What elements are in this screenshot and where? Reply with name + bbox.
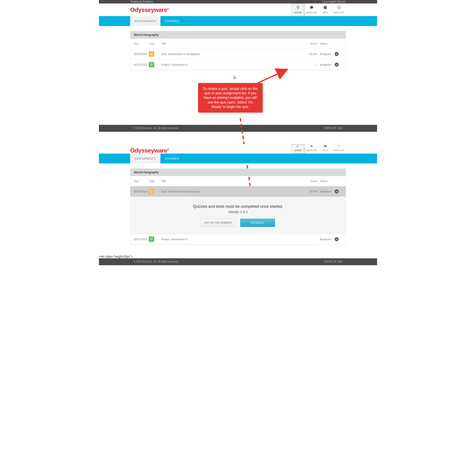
quiz-badge: Q — [149, 189, 154, 194]
nav: LEARN MESSAGE ? HELP — [291, 3, 346, 16]
speech-icon — [306, 144, 317, 149]
nav-label: SIGN OUT — [334, 149, 345, 152]
gap — [99, 132, 377, 144]
quiz-ready-panel: Quizzes and tests must be completed once… — [130, 197, 346, 234]
help-icon — [319, 144, 331, 149]
go-icon[interactable]: ➔ — [335, 189, 339, 193]
nav-label: SIGN OUT — [334, 11, 345, 14]
power-icon — [333, 144, 345, 149]
nav-message[interactable]: MESSAGE — [305, 144, 318, 153]
course-title: World Geography — [130, 169, 346, 176]
table-row[interactable]: 02/18/2022 Q Quiz: Introduction to Geogr… — [130, 49, 346, 59]
go-icon[interactable]: ➔ — [335, 52, 339, 56]
tab-courses[interactable]: COURSES — [160, 154, 184, 163]
tab-assignments[interactable]: ASSIGNMENTS — [130, 16, 160, 26]
cell-status: Assigned — [320, 238, 335, 241]
tab-assignments[interactable]: ASSIGNMENTS — [130, 154, 160, 163]
user-name: Laura Ingalls (Demo) — [322, 0, 345, 3]
cell-due: 02/18/2022 — [134, 53, 149, 55]
cell-score: 62.9% — [307, 190, 320, 193]
header: Odysseyware® LEARN MESSAGE — [99, 144, 377, 154]
brand-logo: Odysseyware® — [130, 3, 169, 13]
column-headers: Due Type Title Score Status — [130, 39, 346, 49]
cell-due: 02/21/2022 — [134, 238, 149, 241]
col-type: Type — [149, 42, 161, 45]
nav-help[interactable]: ? HELP — [318, 3, 332, 16]
column-headers: Due Type Title Score Status — [130, 176, 346, 186]
lightbulb-icon — [292, 144, 303, 149]
cell-status: Assigned — [320, 63, 335, 66]
power-icon — [333, 5, 345, 10]
speech-icon — [306, 5, 317, 10]
col-type: Type — [149, 180, 161, 183]
col-title: Title — [161, 42, 307, 45]
header: Odysseyware® LEARN MESSAGE ? — [99, 3, 377, 16]
nav-label: MESSAGE — [306, 11, 317, 14]
cursor-icon — [234, 76, 237, 80]
cell-status: Assigned — [320, 53, 335, 55]
col-status: Status — [320, 180, 335, 183]
cell-score: -- — [307, 63, 320, 66]
nav-signout[interactable]: SIGN OUT — [332, 144, 346, 153]
arrow-icon — [255, 66, 292, 86]
nav-learn[interactable]: LEARN — [291, 3, 305, 16]
content: World Geography Due Type Title Score Sta… — [130, 26, 346, 80]
content: World Geography Due Type Title Score Sta… — [130, 163, 346, 255]
cell-title: Project: Summarize It — [161, 63, 307, 66]
im-ready-button[interactable]: I'M READY — [240, 219, 275, 227]
col-due: Due — [134, 42, 149, 45]
callout-text: To retake a quiz, simply click on the qu… — [203, 87, 258, 109]
course-title: World Geography — [130, 31, 346, 39]
nav-help[interactable]: HELP — [318, 144, 332, 153]
course-box: World Geography Due Type Title Score Sta… — [130, 168, 346, 245]
panel-message: Quizzes and tests must be completed once… — [135, 204, 341, 209]
tabs: ASSIGNMENTS COURSES — [99, 154, 377, 163]
nav: LEARN MESSAGE HELP — [291, 144, 346, 153]
svg-text:?: ? — [325, 6, 326, 9]
tabs: ASSIGNMENTS COURSES — [99, 16, 377, 26]
topbar: Bridgeway Academy Laura Ingalls (Demo) — [99, 0, 377, 3]
col-status: Status — [320, 42, 335, 45]
table-row[interactable]: 02/18/2022 Q Quiz: Introduction to Geogr… — [130, 186, 346, 197]
nav-label: HELP — [322, 149, 328, 152]
project-badge: P — [149, 237, 154, 242]
nav-label: MESSAGE — [306, 149, 317, 152]
nav-learn[interactable]: LEARN — [291, 144, 305, 153]
nav-label: LEARN — [294, 11, 301, 14]
terms-link[interactable]: TERMS OF USE — [324, 125, 342, 132]
col-score: Score — [307, 180, 320, 183]
screenshot-1: Bridgeway Academy Laura Ingalls (Demo) O… — [99, 0, 377, 132]
lightbulb-icon — [292, 5, 303, 10]
cell-title: Quiz: Introduction to Geography — [161, 53, 307, 55]
terms-link[interactable]: TERMS OF USE — [324, 258, 342, 265]
not-now-button[interactable]: NOT AT THE MOMENT — [201, 219, 236, 227]
cell-score: -- — [307, 238, 320, 241]
cell-score: 62.9% — [307, 53, 320, 55]
nav-message[interactable]: MESSAGE — [305, 3, 318, 16]
nav-signout[interactable]: SIGN OUT — [332, 3, 346, 16]
panel-sub: Attempt: 2 of 2 — [135, 210, 341, 214]
go-icon[interactable]: ➔ — [335, 63, 339, 67]
callout: To retake a quiz, simply click on the qu… — [198, 83, 263, 112]
go-icon[interactable]: ➔ — [335, 237, 339, 241]
col-title: Title — [161, 180, 307, 183]
col-due: Due — [134, 180, 149, 183]
svg-line-2 — [256, 69, 287, 84]
brand-logo: Odysseyware® — [130, 144, 169, 154]
help-icon: ? — [319, 5, 331, 10]
project-badge: P — [149, 62, 154, 67]
course-box: World Geography Due Type Title Score Sta… — [130, 31, 346, 70]
tab-courses[interactable]: COURSES — [160, 16, 184, 26]
cell-due: 02/21/2022 — [134, 63, 149, 66]
col-score: Score — [307, 42, 320, 45]
quiz-badge: Q — [149, 51, 154, 57]
copyright: © 2020 Glynlyon, Inc. All rights reserve… — [134, 258, 178, 265]
cell-status: Assigned — [320, 190, 335, 193]
copyright: © 2020 Glynlyon, Inc. All rights reserve… — [134, 125, 178, 132]
nav-label: LEARN — [294, 149, 301, 152]
table-row[interactable]: 02/21/2022 P Project: Summarize It -- As… — [130, 234, 346, 245]
nav-label: HELP — [322, 11, 328, 14]
screenshot-2: Odysseyware® LEARN MESSAGE — [99, 144, 377, 258]
table-row[interactable]: 02/21/2022 P Project: Summarize It -- As… — [130, 59, 346, 70]
cell-title: Project: Summarize It — [161, 238, 307, 241]
